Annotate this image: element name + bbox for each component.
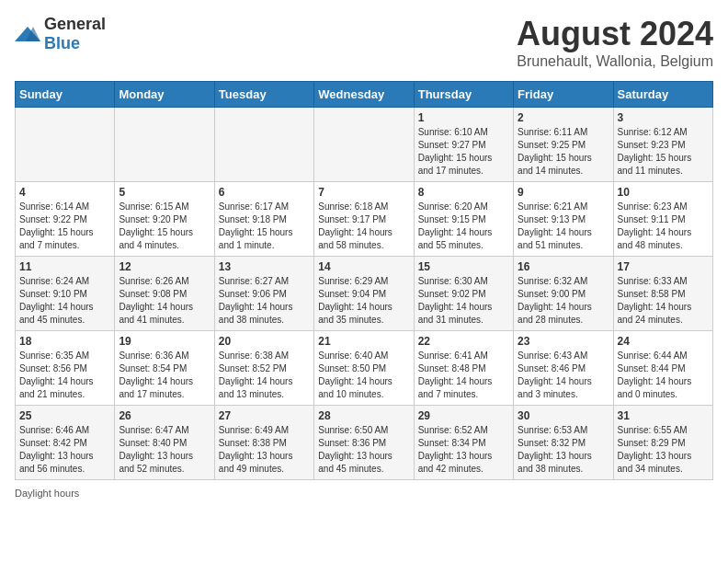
calendar-cell: 8Sunrise: 6:20 AM Sunset: 9:15 PM Daylig…: [414, 182, 513, 257]
calendar-cell: [314, 108, 414, 182]
calendar-cell: 19Sunrise: 6:36 AM Sunset: 8:54 PM Dayli…: [115, 331, 214, 406]
calendar-cell: [16, 108, 115, 182]
day-info: Sunrise: 6:26 AM Sunset: 9:08 PM Dayligh…: [119, 275, 210, 327]
day-number: 23: [518, 335, 609, 348]
calendar-cell: 31Sunrise: 6:55 AM Sunset: 8:29 PM Dayli…: [613, 406, 712, 480]
day-number: 31: [618, 409, 709, 422]
calendar-table: Sunday Monday Tuesday Wednesday Thursday…: [15, 81, 713, 480]
day-number: 3: [618, 111, 709, 124]
day-info: Sunrise: 6:55 AM Sunset: 8:29 PM Dayligh…: [618, 424, 709, 476]
day-number: 13: [219, 260, 310, 273]
day-info: Sunrise: 6:18 AM Sunset: 9:17 PM Dayligh…: [318, 201, 409, 252]
day-info: Sunrise: 6:24 AM Sunset: 9:10 PM Dayligh…: [19, 275, 110, 327]
col-sunday: Sunday: [16, 82, 115, 108]
day-number: 7: [318, 186, 409, 199]
month-year: August 2024: [517, 15, 713, 53]
day-number: 21: [318, 335, 409, 348]
calendar-cell: 30Sunrise: 6:53 AM Sunset: 8:32 PM Dayli…: [514, 406, 613, 480]
calendar-cell: 26Sunrise: 6:47 AM Sunset: 8:40 PM Dayli…: [115, 406, 214, 480]
day-info: Sunrise: 6:17 AM Sunset: 9:18 PM Dayligh…: [219, 201, 310, 252]
day-info: Sunrise: 6:43 AM Sunset: 8:46 PM Dayligh…: [518, 350, 609, 401]
calendar-week-1: 1Sunrise: 6:10 AM Sunset: 9:27 PM Daylig…: [16, 108, 713, 182]
calendar-cell: 6Sunrise: 6:17 AM Sunset: 9:18 PM Daylig…: [214, 182, 313, 257]
logo-icon: [15, 25, 40, 43]
day-number: 28: [318, 409, 409, 422]
calendar-cell: 18Sunrise: 6:35 AM Sunset: 8:56 PM Dayli…: [16, 331, 115, 406]
calendar-cell: 2Sunrise: 6:11 AM Sunset: 9:25 PM Daylig…: [514, 108, 613, 182]
col-thursday: Thursday: [414, 82, 513, 108]
header-row: Sunday Monday Tuesday Wednesday Thursday…: [16, 82, 713, 108]
day-info: Sunrise: 6:49 AM Sunset: 8:38 PM Dayligh…: [219, 424, 310, 476]
calendar-cell: 21Sunrise: 6:40 AM Sunset: 8:50 PM Dayli…: [314, 331, 414, 406]
day-number: 20: [219, 335, 310, 348]
day-number: 24: [618, 335, 709, 348]
day-number: 18: [19, 335, 110, 348]
day-info: Sunrise: 6:33 AM Sunset: 8:58 PM Dayligh…: [618, 275, 709, 327]
day-info: Sunrise: 6:10 AM Sunset: 9:27 PM Dayligh…: [418, 126, 509, 178]
day-info: Sunrise: 6:23 AM Sunset: 9:11 PM Dayligh…: [618, 201, 709, 252]
calendar-cell: 17Sunrise: 6:33 AM Sunset: 8:58 PM Dayli…: [613, 257, 712, 331]
day-number: 26: [119, 409, 210, 422]
day-number: 10: [618, 186, 709, 199]
day-info: Sunrise: 6:47 AM Sunset: 8:40 PM Dayligh…: [119, 424, 210, 476]
calendar-cell: 13Sunrise: 6:27 AM Sunset: 9:06 PM Dayli…: [214, 257, 313, 331]
header: General Blue August 2024 Brunehault, Wal…: [15, 15, 713, 70]
logo-blue: Blue: [44, 34, 80, 52]
day-number: 16: [518, 260, 609, 273]
calendar-body: 1Sunrise: 6:10 AM Sunset: 9:27 PM Daylig…: [16, 108, 713, 480]
location: Brunehault, Wallonia, Belgium: [517, 53, 713, 70]
day-info: Sunrise: 6:36 AM Sunset: 8:54 PM Dayligh…: [119, 350, 210, 401]
day-number: 15: [418, 260, 509, 273]
logo-general: General: [44, 15, 106, 33]
calendar-cell: 1Sunrise: 6:10 AM Sunset: 9:27 PM Daylig…: [414, 108, 513, 182]
day-info: Sunrise: 6:21 AM Sunset: 9:13 PM Dayligh…: [518, 201, 609, 252]
day-number: 22: [418, 335, 509, 348]
day-info: Sunrise: 6:30 AM Sunset: 9:02 PM Dayligh…: [418, 275, 509, 327]
calendar-week-2: 4Sunrise: 6:14 AM Sunset: 9:22 PM Daylig…: [16, 182, 713, 257]
day-number: 27: [219, 409, 310, 422]
calendar-cell: 15Sunrise: 6:30 AM Sunset: 9:02 PM Dayli…: [414, 257, 513, 331]
calendar-cell: 10Sunrise: 6:23 AM Sunset: 9:11 PM Dayli…: [613, 182, 712, 257]
day-number: 6: [219, 186, 310, 199]
day-number: 29: [418, 409, 509, 422]
calendar-cell: [115, 108, 214, 182]
calendar-cell: 5Sunrise: 6:15 AM Sunset: 9:20 PM Daylig…: [115, 182, 214, 257]
day-info: Sunrise: 6:53 AM Sunset: 8:32 PM Dayligh…: [518, 424, 609, 476]
footer: Daylight hours: [15, 488, 713, 499]
day-info: Sunrise: 6:38 AM Sunset: 8:52 PM Dayligh…: [219, 350, 310, 401]
day-info: Sunrise: 6:20 AM Sunset: 9:15 PM Dayligh…: [418, 201, 509, 252]
day-info: Sunrise: 6:46 AM Sunset: 8:42 PM Dayligh…: [19, 424, 110, 476]
calendar-cell: 4Sunrise: 6:14 AM Sunset: 9:22 PM Daylig…: [16, 182, 115, 257]
calendar-cell: 11Sunrise: 6:24 AM Sunset: 9:10 PM Dayli…: [16, 257, 115, 331]
daylight-label: Daylight hours: [15, 488, 79, 499]
calendar-cell: 14Sunrise: 6:29 AM Sunset: 9:04 PM Dayli…: [314, 257, 414, 331]
col-monday: Monday: [115, 82, 214, 108]
day-info: Sunrise: 6:15 AM Sunset: 9:20 PM Dayligh…: [119, 201, 210, 252]
calendar-week-5: 25Sunrise: 6:46 AM Sunset: 8:42 PM Dayli…: [16, 406, 713, 480]
calendar-cell: 28Sunrise: 6:50 AM Sunset: 8:36 PM Dayli…: [314, 406, 414, 480]
calendar-cell: 22Sunrise: 6:41 AM Sunset: 8:48 PM Dayli…: [414, 331, 513, 406]
day-number: 25: [19, 409, 110, 422]
day-info: Sunrise: 6:44 AM Sunset: 8:44 PM Dayligh…: [618, 350, 709, 401]
day-number: 12: [119, 260, 210, 273]
day-number: 5: [119, 186, 210, 199]
day-info: Sunrise: 6:29 AM Sunset: 9:04 PM Dayligh…: [318, 275, 409, 327]
calendar-cell: 27Sunrise: 6:49 AM Sunset: 8:38 PM Dayli…: [214, 406, 313, 480]
day-number: 8: [418, 186, 509, 199]
calendar-header: Sunday Monday Tuesday Wednesday Thursday…: [16, 82, 713, 108]
logo: General Blue: [15, 15, 106, 53]
col-friday: Friday: [514, 82, 613, 108]
day-number: 4: [19, 186, 110, 199]
calendar-week-3: 11Sunrise: 6:24 AM Sunset: 9:10 PM Dayli…: [16, 257, 713, 331]
calendar-cell: 25Sunrise: 6:46 AM Sunset: 8:42 PM Dayli…: [16, 406, 115, 480]
calendar-cell: [214, 108, 313, 182]
day-info: Sunrise: 6:14 AM Sunset: 9:22 PM Dayligh…: [19, 201, 110, 252]
calendar-cell: 20Sunrise: 6:38 AM Sunset: 8:52 PM Dayli…: [214, 331, 313, 406]
col-wednesday: Wednesday: [314, 82, 414, 108]
day-number: 2: [518, 111, 609, 124]
day-info: Sunrise: 6:32 AM Sunset: 9:00 PM Dayligh…: [518, 275, 609, 327]
calendar-cell: 29Sunrise: 6:52 AM Sunset: 8:34 PM Dayli…: [414, 406, 513, 480]
calendar-cell: 3Sunrise: 6:12 AM Sunset: 9:23 PM Daylig…: [613, 108, 712, 182]
day-number: 30: [518, 409, 609, 422]
day-info: Sunrise: 6:50 AM Sunset: 8:36 PM Dayligh…: [318, 424, 409, 476]
